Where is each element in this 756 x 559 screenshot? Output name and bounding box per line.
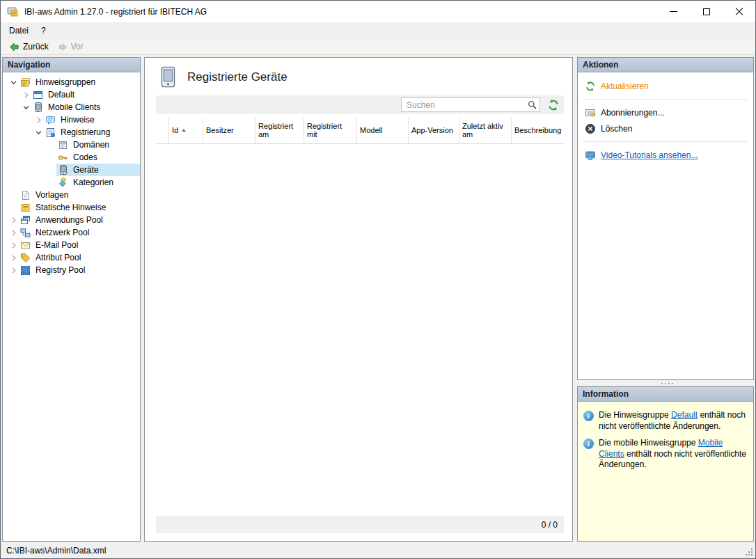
nav-item-hinweise[interactable]: Hinweise	[3, 113, 140, 126]
nav-toolbar: Zurück Vor	[1, 39, 755, 55]
column-header-besitzer[interactable]: Besitzer	[203, 117, 255, 143]
nav-item-geraete[interactable]: Geräte	[3, 164, 140, 176]
chevron-collapsed-icon[interactable]	[8, 239, 19, 251]
nav-item-registry-pool[interactable]: Registry Pool	[3, 264, 140, 276]
nav-item-email-pool[interactable]: E-Mail Pool	[3, 239, 140, 251]
chevron-collapsed-icon[interactable]	[8, 214, 19, 226]
video-tutorials-icon	[584, 149, 596, 161]
nav-item-label: Vorlagen	[33, 190, 70, 200]
nav-item-label: Registry Pool	[33, 265, 87, 275]
nav-item-mobile-clients[interactable]: Mobile Clients	[3, 101, 140, 113]
nav-item-netzwerk-pool[interactable]: Netzwerk Pool	[3, 226, 140, 239]
nav-item-label: Mobile Clients	[46, 102, 102, 112]
panel-splitter[interactable]	[577, 380, 754, 386]
info-icon	[583, 439, 594, 449]
nav-item-anwendungs-pool[interactable]: Anwendungs Pool	[3, 214, 140, 226]
nav-item-label: Kategorien	[71, 178, 116, 187]
column-header-registriert-mit[interactable]: Registriert mit	[304, 117, 357, 143]
information-panel: Information Die Hinweisgruppe Default en…	[577, 386, 754, 542]
nav-item-codes[interactable]: Codes	[3, 151, 140, 164]
navigation-header: Navigation	[3, 58, 140, 72]
template-page-icon	[19, 189, 31, 200]
info-note-mobile-clients: Die mobile Hinweisgruppe Mobile Clients …	[583, 432, 748, 471]
column-header-blank[interactable]	[156, 117, 169, 143]
forward-icon	[58, 42, 68, 52]
action-video-tutorials[interactable]: Video-Tutorials ansehen...	[578, 147, 753, 163]
envelope-icon	[19, 239, 31, 251]
chevron-collapsed-icon[interactable]	[8, 265, 19, 276]
column-header-app-version[interactable]: App-Version	[409, 117, 459, 143]
action-aktualisieren[interactable]: Aktualisieren	[578, 78, 753, 94]
column-label: Registriert mit	[307, 122, 354, 139]
nav-item-statische-hinweise[interactable]: Statische Hinweise	[3, 201, 140, 214]
nav-item-hinweisgruppen[interactable]: Hinweisgruppen	[3, 76, 140, 88]
column-label: Modell	[360, 126, 382, 134]
app-icon[interactable]	[7, 6, 19, 17]
back-label: Zurück	[23, 42, 49, 52]
nav-item-kategorien[interactable]: Kategorien	[3, 176, 140, 189]
main-header: Registrierte Geräte	[145, 58, 572, 95]
sort-ascending-icon	[182, 129, 186, 132]
default-group-link[interactable]: Default	[671, 410, 698, 420]
chevron-collapsed-icon[interactable]	[20, 89, 31, 100]
chevron-expanded-icon[interactable]	[8, 77, 19, 88]
note-prefix: Die Hinweisgruppe	[599, 410, 671, 420]
chevron-expanded-icon[interactable]	[33, 127, 44, 138]
back-icon	[9, 42, 19, 52]
table-header: Id Besitzer Registriert am Registriert m…	[156, 117, 564, 144]
action-label: Löschen	[601, 124, 632, 134]
network-icon	[19, 227, 31, 238]
column-header-beschreibung[interactable]: Beschreibung	[512, 117, 564, 143]
separator	[583, 99, 748, 100]
separator	[583, 141, 748, 142]
device-list: Id Besitzer Registriert am Registriert m…	[156, 95, 564, 533]
refresh-icon	[584, 80, 596, 92]
nav-item-label: Codes	[71, 152, 100, 162]
table-body[interactable]	[156, 144, 564, 516]
minimize-button[interactable]	[657, 1, 690, 22]
nav-item-vorlagen[interactable]: Vorlagen	[3, 189, 140, 201]
search-icon[interactable]	[524, 100, 540, 109]
nav-item-attribut-pool[interactable]: Attribut Pool	[3, 251, 140, 264]
column-header-zuletzt-aktiv-am[interactable]: Zuletzt aktiv am	[459, 117, 512, 143]
nav-item-label: Geräte	[71, 165, 101, 175]
actions-header: Aktionen	[578, 58, 753, 72]
chevron-collapsed-icon[interactable]	[33, 114, 44, 125]
chevron-none	[45, 177, 56, 188]
registration-form-icon	[45, 127, 56, 138]
column-label: Id	[172, 126, 178, 134]
nav-item-registrierung[interactable]: Registrierung	[3, 126, 140, 139]
close-button[interactable]	[723, 1, 755, 22]
column-header-id[interactable]: Id	[169, 117, 203, 143]
action-label: Aktualisieren	[601, 81, 649, 91]
chevron-collapsed-icon[interactable]	[8, 252, 19, 263]
action-loeschen[interactable]: Löschen	[578, 120, 753, 136]
search-input[interactable]	[402, 98, 524, 111]
menu-datei[interactable]: Datei	[3, 22, 35, 39]
action-label: Video-Tutorials ansehen...	[601, 150, 698, 160]
titlebar[interactable]: IBI-aws Admin 1.27.0 - registriert für I…	[1, 1, 755, 22]
column-header-modell[interactable]: Modell	[357, 117, 409, 143]
chevron-expanded-icon[interactable]	[20, 102, 31, 113]
nav-item-domaenen[interactable]: Domänen	[3, 139, 140, 151]
chevron-collapsed-icon[interactable]	[8, 227, 19, 238]
delete-icon	[584, 123, 596, 134]
splitter-grip-icon	[665, 383, 666, 384]
nav-item-label: Registrierung	[58, 127, 112, 137]
back-button[interactable]: Zurück	[4, 41, 54, 53]
nav-item-label: Netzwerk Pool	[33, 228, 91, 237]
nav-item-default[interactable]: Default	[3, 88, 140, 101]
maximize-button[interactable]	[690, 1, 723, 22]
column-label: Zuletzt aktiv am	[462, 122, 508, 139]
resize-grip-icon[interactable]	[744, 547, 753, 556]
chevron-none	[45, 164, 56, 175]
minimize-icon	[670, 11, 677, 12]
forward-button[interactable]: Vor	[54, 41, 88, 52]
devices-icon	[159, 66, 177, 88]
refresh-icon[interactable]	[546, 98, 560, 112]
action-abonnierungen[interactable]: Abonnierungen...	[578, 104, 753, 120]
menu-help[interactable]: ?	[35, 22, 52, 39]
column-header-registriert-am[interactable]: Registriert am	[255, 117, 304, 143]
subscriptions-icon	[584, 107, 596, 118]
attribute-tag-icon	[19, 252, 31, 263]
